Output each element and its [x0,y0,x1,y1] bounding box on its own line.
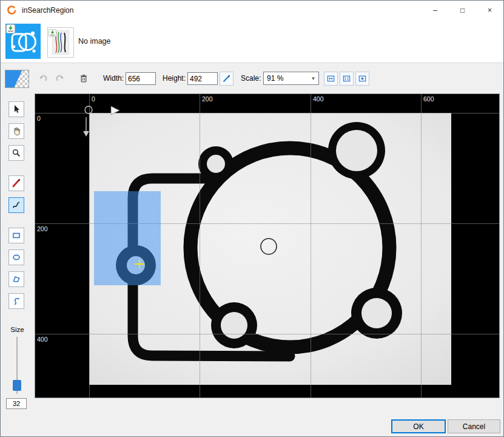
ruler-label-left: 0 [37,115,41,122]
gridline-vertical [200,94,200,398]
polygon-tool-button[interactable] [8,271,24,287]
edit-toolbar: Width: Height: Scale: 91 % ▾ [1,63,503,93]
freehand-curve-icon [12,200,21,210]
zoom-tool-button[interactable] [8,145,24,161]
blue-pencil-icon [222,74,231,83]
zoom-fill-icon [342,74,351,83]
delete-region-button[interactable] [76,70,92,86]
select-tool-button[interactable] [8,101,24,117]
polygon-icon [12,274,21,284]
hand-icon [12,126,21,136]
gridline-horizontal [35,334,499,334]
zoom-fit-icon [326,74,335,83]
pan-tool-button[interactable] [8,123,24,139]
maximize-button[interactable]: □ [449,1,476,19]
redo-button[interactable] [52,70,68,86]
ruler-label-left: 200 [37,225,48,232]
color-swatch[interactable] [5,70,29,88]
red-brush-icon [12,178,21,188]
redo-icon [55,73,65,83]
magnifier-icon [12,148,21,158]
zoom-actual-icon [358,74,367,83]
ruler-label-top: 200 [202,95,213,103]
width-label: Width: [103,74,124,83]
scale-label: Scale: [241,74,261,83]
size-slider-thumb[interactable] [13,380,21,391]
height-input[interactable] [187,72,218,85]
ellipse-tool-button[interactable] [8,249,24,265]
zoom-actual-button[interactable] [355,72,369,86]
gridline-vertical [311,94,311,398]
ruler-label-left: 400 [37,336,48,343]
trash-icon [79,73,89,83]
gridline-horizontal [35,113,499,113]
green-input-arrow-icon [6,24,15,33]
scale-dropdown[interactable]: 91 % ▾ [263,72,319,85]
image-canvas[interactable]: 0 200 400 600 0 200 400 [35,93,500,398]
app-logo-icon [6,5,17,16]
arrow-cursor-icon [12,104,21,114]
y-axis-arrow-icon [83,131,89,137]
no-image-label: No image [78,37,111,46]
window-controls: – □ × [422,1,503,19]
ellipse-icon [12,252,21,262]
ruler-label-top: 400 [313,95,324,103]
preview-strip: No image [1,19,503,63]
rectangle-tool-button[interactable] [8,228,24,243]
window-title: inSearchRegion [22,6,73,15]
edit-dimensions-button[interactable] [220,72,234,86]
dialog-window: inSearchRegion – □ × [0,0,504,437]
tools-panel: Size [0,93,35,415]
undo-button[interactable] [35,70,51,86]
thumbnail-reference-image[interactable] [47,27,74,58]
gridline-vertical [89,94,90,398]
title-bar[interactable]: inSearchRegion – □ × [1,1,503,19]
close-button[interactable]: × [476,1,503,19]
zoom-fill-button[interactable] [340,72,354,86]
brush-tool-button[interactable] [8,175,24,191]
freeform-curve-icon [12,296,21,306]
size-value-input[interactable] [6,398,27,409]
zoom-fit-button[interactable] [324,72,338,86]
undo-icon [38,73,48,83]
rectangle-icon [12,231,21,240]
foreground-color [5,70,29,87]
cancel-button[interactable]: Cancel [448,419,500,433]
freehand-region-tool-button[interactable] [8,197,24,213]
chevron-down-icon: ▾ [308,75,318,81]
thumbnail-region-preview[interactable] [5,24,41,59]
gridline-vertical [421,94,422,398]
height-label: Height: [163,74,186,83]
scale-value: 91 % [264,74,308,83]
width-input[interactable] [126,72,156,85]
minimize-button[interactable]: – [422,1,449,19]
size-label: Size [0,326,35,333]
ok-button[interactable]: OK [391,419,446,433]
green-input-arrow-icon [49,29,58,38]
search-region-rectangle[interactable] [94,191,161,285]
ruler-label-top: 600 [423,95,434,103]
ruler-label-top: 0 [92,95,95,103]
lasso-tool-button[interactable] [8,293,24,309]
